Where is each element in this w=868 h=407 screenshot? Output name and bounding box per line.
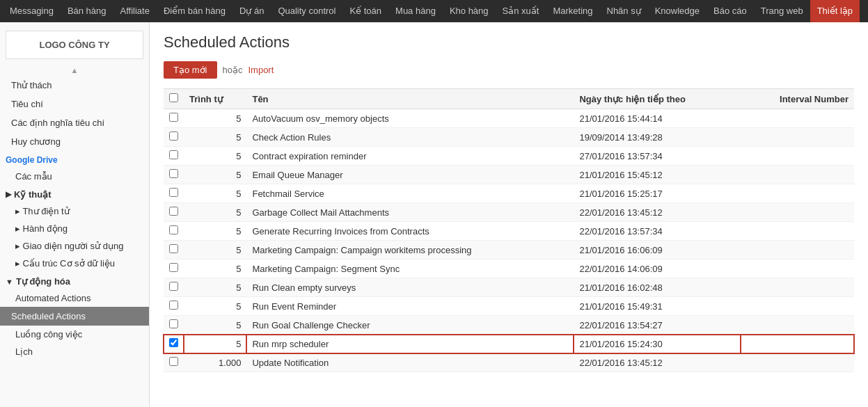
nav-item-điểm-bán-hàng[interactable]: Điểm bán hàng bbox=[157, 0, 232, 22]
row-interval-num bbox=[741, 335, 854, 353]
sidebar-item-huy-chuong[interactable]: Huy chương bbox=[0, 132, 149, 151]
nav-item-thiết-lập[interactable]: Thiết lập bbox=[810, 0, 860, 22]
nav-item-dự-án[interactable]: Dự án bbox=[232, 0, 271, 22]
row-interval-num bbox=[741, 297, 854, 316]
nav-item-báo-cáo[interactable]: Báo cáo bbox=[707, 0, 754, 22]
table-row[interactable]: 5 Check Action Rules 19/09/2014 13:49:28 bbox=[164, 128, 854, 147]
sidebar-category-ky-thuat[interactable]: ▶ Kỹ thuật bbox=[0, 185, 149, 202]
row-checkbox[interactable] bbox=[169, 150, 178, 159]
row-checkbox[interactable] bbox=[169, 113, 178, 122]
sidebar-item-cac-mau[interactable]: Các mẫu bbox=[0, 168, 149, 185]
row-interval-num bbox=[741, 184, 854, 203]
main-content: Scheduled Actions Tạo mới hoặc Import Tr… bbox=[150, 22, 868, 407]
nav-item-nhân-sự[interactable]: Nhân sự bbox=[600, 0, 648, 22]
row-checkbox-cell bbox=[164, 184, 184, 203]
row-name[interactable]: Fetchmail Service bbox=[246, 184, 574, 203]
table-header-row: Trình tự Tên Ngày thực hiện tiếp theo In… bbox=[164, 89, 854, 109]
nav-item-mua-hàng[interactable]: Mua hàng bbox=[388, 0, 443, 22]
nav-item-kế-toán[interactable]: Kế toán bbox=[342, 0, 388, 22]
row-seq: 1.000 bbox=[184, 353, 246, 372]
row-next-exec: 21/01/2016 16:06:09 bbox=[574, 241, 740, 260]
row-checkbox[interactable] bbox=[169, 282, 178, 291]
nav-item-knowledge[interactable]: Knowledge bbox=[648, 0, 707, 22]
sidebar-item-scheduled-actions[interactable]: Scheduled Actions bbox=[0, 307, 149, 326]
sidebar-item-luong-cong-viec[interactable]: Luồng công việc bbox=[0, 326, 149, 343]
table-row[interactable]: 5 Marketing Campaign: Segment Sync 22/01… bbox=[164, 260, 854, 278]
sidebar-category-tu-dong-hoa[interactable]: ▼ Tự động hóa bbox=[0, 272, 149, 289]
table-row[interactable]: 5 Run mrp scheduler 21/01/2016 15:24:30 bbox=[164, 335, 854, 353]
row-interval-num bbox=[741, 222, 854, 241]
row-name[interactable]: Email Queue Manager bbox=[246, 166, 574, 184]
sidebar-item-lich[interactable]: Lịch bbox=[0, 343, 149, 360]
table-row[interactable]: 5 Run Goal Challenge Checker 22/01/2016 … bbox=[164, 316, 854, 335]
table-row[interactable]: 5 Garbage Collect Mail Attachments 22/01… bbox=[164, 203, 854, 222]
row-checkbox[interactable] bbox=[169, 225, 178, 234]
or-text: hoặc bbox=[223, 65, 243, 75]
row-interval-num bbox=[741, 147, 854, 166]
nav-item-trang-web[interactable]: Trang web bbox=[754, 0, 810, 22]
row-name[interactable]: Contract expiration reminder bbox=[246, 147, 574, 166]
nav-item-messaging[interactable]: Messaging bbox=[3, 0, 61, 22]
table-row[interactable]: 5 Fetchmail Service 21/01/2016 15:25:17 bbox=[164, 184, 854, 203]
nav-item-marketing[interactable]: Marketing bbox=[546, 0, 599, 22]
create-button[interactable]: Tạo mới bbox=[164, 61, 217, 79]
sidebar-item-giao-dien[interactable]: ▸ Giao diện người sử dụng bbox=[0, 237, 149, 255]
table-row[interactable]: 5 AutoVacuum osv_memory objects 21/01/20… bbox=[164, 109, 854, 128]
nav-item-bán-hàng[interactable]: Bán hàng bbox=[61, 0, 113, 22]
table-row[interactable]: 5 Run Clean empty surveys 21/01/2016 16:… bbox=[164, 278, 854, 297]
row-seq: 5 bbox=[184, 297, 246, 316]
row-name[interactable]: Update Notification bbox=[246, 353, 574, 372]
sidebar-item-cau-truc[interactable]: ▸ Cấu trúc Cơ sở dữ liệu bbox=[0, 255, 149, 272]
nav-item-kho-hàng[interactable]: Kho hàng bbox=[443, 0, 496, 22]
row-checkbox[interactable] bbox=[169, 169, 178, 178]
row-checkbox[interactable] bbox=[169, 207, 178, 216]
row-checkbox[interactable] bbox=[169, 357, 178, 366]
row-interval-num bbox=[741, 203, 854, 222]
row-name[interactable]: Generate Recurring Invoices from Contrac… bbox=[246, 222, 574, 241]
table-row[interactable]: 1.000 Update Notification 22/01/2016 13:… bbox=[164, 353, 854, 372]
table-row[interactable]: 5 Generate Recurring Invoices from Contr… bbox=[164, 222, 854, 241]
row-seq: 5 bbox=[184, 335, 246, 353]
row-next-exec: 22/01/2016 13:45:12 bbox=[574, 203, 740, 222]
table-row[interactable]: 5 Email Queue Manager 21/01/2016 15:45:1… bbox=[164, 166, 854, 184]
logo: LOGO CÔNG TY bbox=[6, 31, 143, 59]
sidebar-item-automated-actions[interactable]: Automated Actions bbox=[0, 289, 149, 307]
row-name[interactable]: Run Event Reminder bbox=[246, 297, 574, 316]
row-name[interactable]: Run Clean empty surveys bbox=[246, 278, 574, 297]
row-checkbox[interactable] bbox=[169, 188, 178, 197]
import-link[interactable]: Import bbox=[248, 65, 274, 75]
nav-item-sản-xuất[interactable]: Sản xuất bbox=[496, 0, 546, 22]
row-checkbox[interactable] bbox=[169, 244, 178, 253]
nav-item-affiliate[interactable]: Affiliate bbox=[113, 0, 157, 22]
row-name[interactable]: Garbage Collect Mail Attachments bbox=[246, 203, 574, 222]
row-checkbox[interactable] bbox=[169, 263, 178, 272]
row-checkbox[interactable] bbox=[169, 131, 178, 141]
table-row[interactable]: 5 Marketing Campaign: Campaign workitems… bbox=[164, 241, 854, 260]
row-name[interactable]: Marketing Campaign: Segment Sync bbox=[246, 260, 574, 278]
row-name[interactable]: Run Goal Challenge Checker bbox=[246, 316, 574, 335]
row-name[interactable]: Check Action Rules bbox=[246, 128, 574, 147]
row-interval-num bbox=[741, 241, 854, 260]
sidebar-item-thu-thach[interactable]: Thử thách bbox=[0, 76, 149, 95]
row-checkbox[interactable] bbox=[169, 301, 178, 310]
row-next-exec: 22/01/2016 13:57:34 bbox=[574, 222, 740, 241]
sidebar-item-hanh-dong[interactable]: ▸ Hành động bbox=[0, 220, 149, 237]
sidebar-category-google-drive: Google Drive bbox=[0, 151, 149, 168]
sidebar-item-thu-dien-tu[interactable]: ▸ Thư điện tử bbox=[0, 202, 149, 220]
row-name[interactable]: Marketing Campaign: Campaign workitems p… bbox=[246, 241, 574, 260]
row-checkbox-cell bbox=[164, 166, 184, 184]
row-name[interactable]: AutoVacuum osv_memory objects bbox=[246, 109, 574, 128]
row-interval-num bbox=[741, 260, 854, 278]
nav-item-quality-control[interactable]: Quality control bbox=[271, 0, 342, 22]
sidebar-item-tieu-chi[interactable]: Tiêu chí bbox=[0, 95, 149, 113]
table-row[interactable]: 5 Contract expiration reminder 27/01/201… bbox=[164, 147, 854, 166]
sidebar-item-dinh-nghia[interactable]: Các định nghĩa tiêu chí bbox=[0, 113, 149, 132]
row-next-exec: 22/01/2016 14:06:09 bbox=[574, 260, 740, 278]
row-checkbox[interactable] bbox=[169, 338, 178, 347]
row-checkbox[interactable] bbox=[169, 319, 178, 328]
select-all-checkbox[interactable] bbox=[169, 93, 178, 102]
scroll-up-arrow[interactable]: ▲ bbox=[0, 65, 149, 76]
table-row[interactable]: 5 Run Event Reminder 21/01/2016 15:49:31 bbox=[164, 297, 854, 316]
header-checkbox-cell bbox=[164, 89, 184, 109]
row-name[interactable]: Run mrp scheduler bbox=[246, 335, 574, 353]
